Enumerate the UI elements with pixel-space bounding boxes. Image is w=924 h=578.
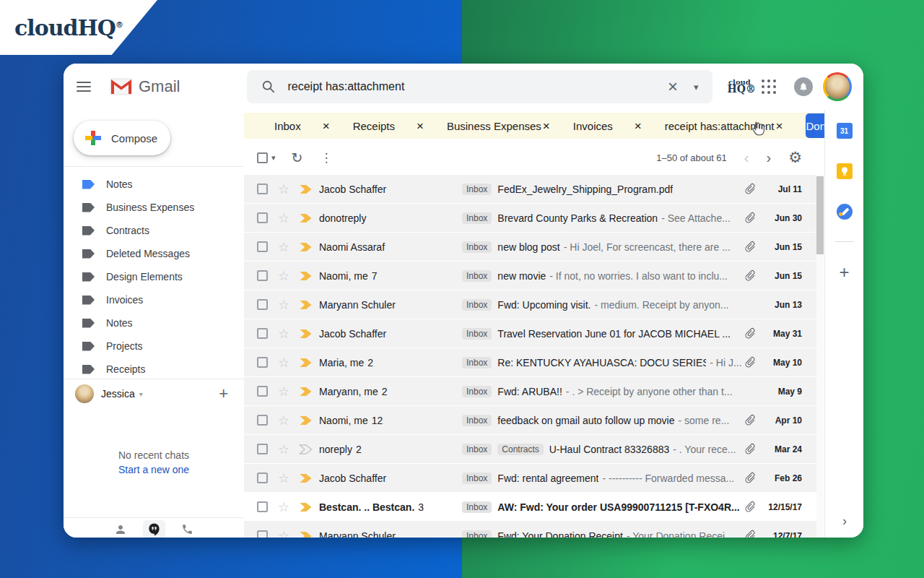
more-options-icon[interactable]: ⋮ [320,150,332,165]
importance-marker-icon[interactable] [299,184,313,194]
chip-close-icon[interactable]: × [323,120,330,132]
sidebar-label-item[interactable]: Deleted Messages [64,242,244,265]
start-chat-link[interactable]: Start a new one [64,464,244,475]
email-row[interactable]: ☆ Naomi, me12 Inbox feedback on gmail au… [244,406,816,435]
star-icon[interactable]: ☆ [277,327,290,340]
sidebar-label-item[interactable]: Business Expenses [64,196,244,219]
email-row[interactable]: ☆ Maryann Schuler Inbox Fwd: Your Donati… [244,522,816,538]
email-row[interactable]: ☆ Jacob Schaffer Inbox Travel Reservatio… [244,319,816,348]
email-row[interactable]: ☆ Jacob Schaffer Inbox Fwd: rental agree… [244,464,816,493]
star-icon[interactable]: ☆ [277,501,290,514]
importance-marker-icon[interactable] [299,271,313,281]
importance-marker-icon[interactable] [299,300,313,310]
row-checkbox[interactable] [257,299,268,310]
sidebar-label-item[interactable]: Contracts [64,219,244,242]
email-row[interactable]: ☆ Jacob Schaffer Inbox FedEx_Jewelry_Shi… [244,175,816,204]
importance-marker-icon[interactable] [299,531,313,538]
search-icon[interactable] [261,79,276,94]
row-checkbox[interactable] [257,241,268,252]
row-checkbox[interactable] [257,212,268,223]
search-options-caret-icon[interactable]: ▾ [694,82,699,92]
star-icon[interactable]: ☆ [277,385,290,398]
filter-chip[interactable]: Business Expenses × [447,120,550,132]
contacts-person-icon[interactable] [114,523,127,538]
filter-chip[interactable]: Invoices × [573,120,642,132]
search-bar[interactable]: receipt has:attachment × ▾ [247,70,712,103]
star-icon[interactable]: ☆ [277,356,290,369]
importance-marker-icon[interactable] [299,444,313,454]
keep-icon[interactable] [837,163,853,179]
search-input[interactable]: receipt has:attachment [287,80,404,93]
chip-close-icon[interactable]: × [543,120,550,132]
sidebar-label-item[interactable]: Projects [64,335,244,358]
select-all-checkbox[interactable] [257,152,268,163]
sidebar-label-item[interactable]: Invoices [64,288,244,311]
cloudhq-extension-icon[interactable]: cloud HQ® [727,79,751,94]
filter-chip[interactable]: receipt has:attachment × [665,120,783,132]
row-checkbox[interactable] [257,415,268,426]
chat-account-caret-icon[interactable]: ▾ [139,390,143,398]
sidebar-label-item[interactable]: Notes [64,173,244,196]
importance-marker-icon[interactable] [299,358,313,368]
chip-close-icon[interactable]: × [635,120,642,132]
notifications-bell-icon[interactable] [794,77,813,96]
email-row[interactable]: ☆ Maria, me2 Inbox Re: KENTUCKY AYAHUASC… [244,348,816,377]
panel-collapse-chevron-icon[interactable]: › [825,514,863,529]
row-checkbox[interactable] [257,328,268,339]
star-icon[interactable]: ☆ [277,183,290,196]
row-checkbox[interactable] [257,386,268,397]
scrollbar-thumb[interactable] [816,176,824,254]
compose-button[interactable]: Compose [74,121,170,155]
row-checkbox[interactable] [257,357,268,368]
importance-marker-icon[interactable] [299,415,313,426]
list-scrollbar[interactable] [816,175,824,538]
filter-chip[interactable]: Inbox × [274,120,330,132]
chip-close-icon[interactable]: × [776,120,783,132]
row-checkbox[interactable] [257,444,268,454]
importance-marker-icon[interactable] [299,387,313,397]
older-page-chevron-icon[interactable]: › [767,150,772,166]
email-row[interactable]: ☆ Bestcan. .. Bestcan.3 Inbox AW: Fwd: Y… [244,493,816,522]
row-checkbox[interactable] [257,501,268,512]
importance-marker-icon[interactable] [299,213,313,223]
star-icon[interactable]: ☆ [277,241,290,254]
star-icon[interactable]: ☆ [277,472,290,485]
select-caret-icon[interactable]: ▾ [271,153,276,163]
star-icon[interactable]: ☆ [277,212,290,225]
row-checkbox[interactable] [257,184,268,194]
importance-marker-icon[interactable] [299,502,313,512]
sidebar-label-item[interactable]: Design Elements [64,265,244,288]
newer-page-chevron-icon[interactable]: ‹ [744,150,749,166]
refresh-icon[interactable]: ↻ [292,150,303,166]
account-avatar[interactable] [823,72,852,101]
email-row[interactable]: ☆ Maryann, me2 Inbox Fwd: ARUBA!! - . > … [244,377,816,406]
get-addons-plus-icon[interactable]: + [839,262,849,282]
sidebar-label-item[interactable]: Receipts [64,358,244,381]
row-checkbox[interactable] [257,530,268,538]
importance-marker-icon[interactable] [299,329,313,339]
star-icon[interactable]: ☆ [277,530,290,538]
chat-account-row[interactable]: Jessica ▾ + [64,381,244,406]
google-apps-icon[interactable] [762,79,776,94]
star-icon[interactable]: ☆ [277,269,290,282]
clear-search-icon[interactable]: × [668,78,678,95]
email-row[interactable]: ☆ noreply2 InboxContracts U-Haul Contrac… [244,435,816,464]
chip-close-icon[interactable]: × [417,120,424,132]
new-chat-plus-icon[interactable]: + [219,384,228,403]
settings-gear-icon[interactable]: ⚙ [788,149,802,166]
star-icon[interactable]: ☆ [277,414,290,427]
row-checkbox[interactable] [257,473,268,483]
importance-marker-icon[interactable] [299,473,313,483]
email-row[interactable]: ☆ Maryann Schuler Inbox Fwd: Upcoming vi… [244,290,816,319]
menu-icon[interactable] [77,82,91,92]
star-icon[interactable]: ☆ [277,443,290,456]
star-icon[interactable]: ☆ [277,298,290,311]
row-checkbox[interactable] [257,270,268,281]
email-row[interactable]: ☆ Naomi, me7 Inbox new movie - If not, n… [244,262,816,290]
phone-call-icon[interactable] [181,523,193,538]
email-row[interactable]: ☆ Naomi Assaraf Inbox new blog post - Hi… [244,233,816,262]
hangouts-icon[interactable] [143,520,165,538]
sidebar-label-item[interactable]: Notes [64,311,244,335]
calendar-icon[interactable]: 31 [837,123,853,139]
filter-chip[interactable]: Receipts × [353,120,424,132]
